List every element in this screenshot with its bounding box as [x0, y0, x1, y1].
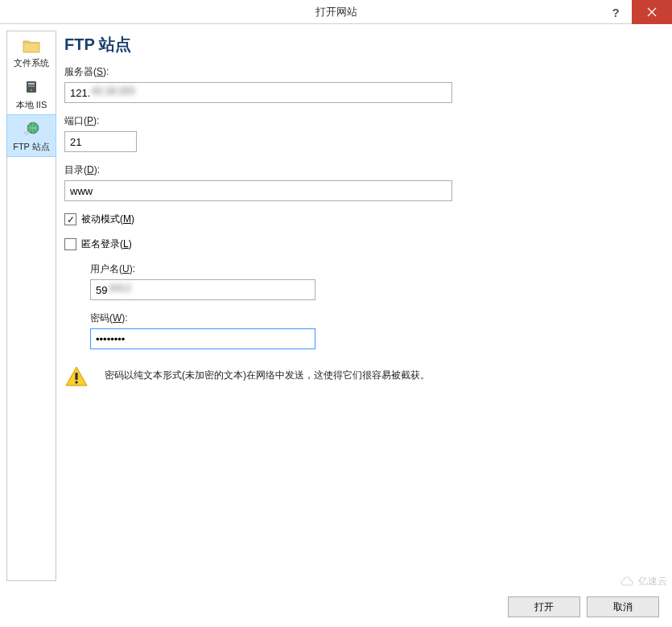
sidebar-item-label: 文件系统 [14, 58, 49, 68]
anonymous-login-label: 匿名登录(L) [81, 237, 132, 251]
svg-rect-5 [75, 373, 77, 380]
cancel-button[interactable]: 取消 [587, 596, 659, 617]
dialog-body: 文件系统 本地 IIS FTP 站点 FTP 站点 服务器(S): 42.18.… [0, 24, 672, 588]
open-button[interactable]: 打开 [508, 596, 580, 617]
server-icon [9, 78, 54, 97]
sidebar-item-local-iis[interactable]: 本地 IIS [7, 73, 56, 115]
titlebar-controls: ? [600, 0, 672, 24]
main-panel: FTP 站点 服务器(S): 42.18.203 端口(P): 目录(D): 被… [61, 31, 666, 581]
warning-text: 密码以纯文本形式(未加密的文本)在网络中发送，这使得它们很容易被截获。 [105, 365, 430, 382]
dialog-button-row: 打开 取消 [508, 596, 659, 617]
svg-point-3 [31, 89, 32, 91]
close-button[interactable] [632, 0, 672, 24]
credentials-block: 用户名(U): 8412 密码(W): [90, 262, 654, 349]
username-field-block: 用户名(U): 8412 [90, 262, 654, 300]
passive-mode-checkbox-row[interactable]: 被动模式(M) [64, 212, 654, 226]
warning-icon [64, 365, 90, 390]
port-label: 端口(P): [64, 114, 654, 128]
svg-rect-1 [28, 83, 35, 85]
page-heading: FTP 站点 [64, 34, 654, 56]
server-input[interactable] [64, 82, 452, 103]
directory-input[interactable] [64, 180, 452, 201]
port-input[interactable] [64, 131, 137, 152]
watermark: 亿速云 [619, 575, 667, 588]
directory-label: 目录(D): [64, 163, 654, 177]
server-field-block: 服务器(S): 42.18.203 [64, 65, 654, 103]
cloud-icon [619, 576, 635, 588]
anonymous-login-checkbox[interactable] [64, 238, 76, 250]
username-input[interactable] [90, 279, 315, 300]
password-label: 密码(W): [90, 311, 654, 325]
sidebar-item-label: FTP 站点 [13, 142, 50, 151]
warning-row: 密码以纯文本形式(未加密的文本)在网络中发送，这使得它们很容易被截获。 [64, 365, 654, 390]
sidebar-item-filesystem[interactable]: 文件系统 [7, 31, 56, 73]
close-icon [647, 7, 657, 17]
help-button[interactable]: ? [600, 0, 632, 24]
svg-rect-2 [28, 85, 35, 87]
passive-mode-label: 被动模式(M) [81, 212, 134, 226]
passive-mode-checkbox[interactable] [64, 213, 76, 225]
sidebar-item-label: 本地 IIS [16, 100, 47, 109]
folder-icon [9, 36, 54, 56]
svg-point-6 [75, 381, 77, 383]
directory-field-block: 目录(D): [64, 163, 654, 201]
username-label: 用户名(U): [90, 262, 654, 276]
server-label: 服务器(S): [64, 65, 654, 79]
port-field-block: 端口(P): [64, 114, 654, 152]
anonymous-login-checkbox-row[interactable]: 匿名登录(L) [64, 237, 654, 251]
sidebar-item-ftp[interactable]: FTP 站点 [6, 114, 56, 157]
password-field-block: 密码(W): [90, 311, 654, 349]
titlebar: 打开网站 ? [0, 0, 672, 24]
watermark-text: 亿速云 [638, 575, 667, 588]
sidebar: 文件系统 本地 IIS FTP 站点 [6, 31, 56, 581]
password-input[interactable] [90, 328, 315, 349]
globe-icon [9, 120, 54, 139]
window-title: 打开网站 [315, 5, 357, 19]
